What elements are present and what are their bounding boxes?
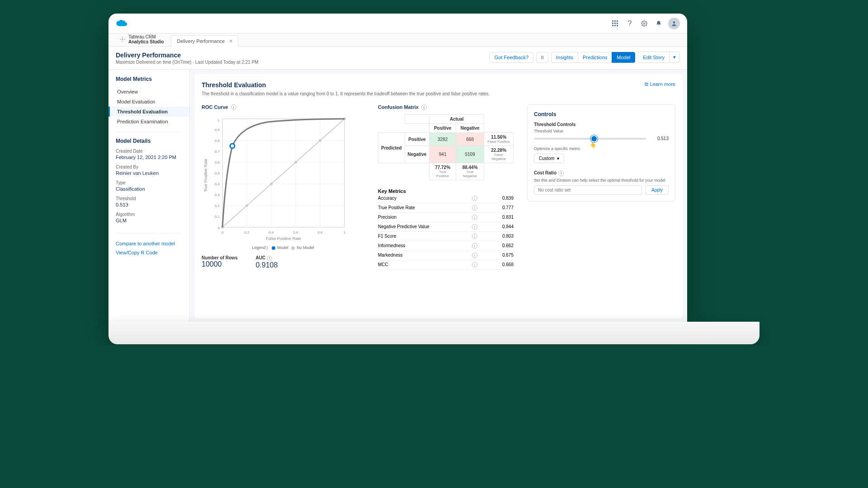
sidebar-item-threshold-evaluation[interactable]: Threshold Evaluation [108,107,189,117]
metric-value: 0.803 [486,234,514,239]
key-metrics-title: Key Metrics [378,188,514,194]
info-icon[interactable]: i [472,224,477,230]
sidebar-item-prediction-examination[interactable]: Prediction Examination [108,117,189,127]
help-icon[interactable]: ? [625,19,635,28]
svg-text:1: 1 [218,118,220,122]
metric-name: MCC [378,262,388,267]
roc-title: ROC Curve [202,104,228,110]
info-icon[interactable]: i [472,205,477,211]
metric-name: Informedness [378,243,406,249]
detail-value: February 12, 2021 2:20 PM [116,155,182,160]
metric-name: True Positive Rate [378,205,415,211]
svg-text:1: 1 [344,230,346,235]
svg-point-11 [122,39,123,40]
close-icon[interactable]: × [229,38,232,44]
cost-ratio-input[interactable] [534,185,642,195]
svg-text:0.7: 0.7 [215,150,220,154]
avatar[interactable] [668,18,680,29]
optimize-metric-select[interactable]: Custom▾ [534,154,564,163]
threshold-marker[interactable] [230,144,235,148]
svg-rect-5 [617,23,618,24]
confusion-matrix: Actual PositiveNegative PredictedPositiv… [378,114,514,180]
gear-icon[interactable] [639,19,649,28]
metric-value: 0.777 [486,205,514,211]
detail-value: Reinier van Leuken [116,170,182,176]
metric-row: Informednessi0.662 [378,241,514,251]
info-icon[interactable]: i [472,253,477,258]
svg-text:False Positive Rate: False Positive Rate [266,236,301,241]
page-title: Delivery Performance [116,52,259,59]
threshold-controls-title: Threshold Controls [534,122,669,127]
external-link-icon: ⧉ [645,81,648,87]
detail-label: Algorithm [116,212,182,217]
threshold-value-label: Threshold Value [534,129,669,133]
learn-more-link[interactable]: ⧉Learn more [645,81,675,87]
tableau-crm-icon [119,36,126,42]
tab-label: Delivery Performance [177,38,225,44]
info-icon[interactable]: i [472,234,477,239]
tab-delivery-performance[interactable]: Delivery Performance × [171,35,238,47]
metric-value: 0.844 [486,224,514,230]
svg-text:0.2: 0.2 [244,230,250,235]
sidebar-title: Model Metrics [108,76,189,87]
feedback-button[interactable]: Got Feedback? [490,52,533,63]
info-icon[interactable]: i [472,215,477,220]
detail-value: GLM [116,218,182,223]
metric-value: 0.831 [486,215,514,220]
metric-name: F1 Score [378,234,396,239]
content-description: The threshold in a classification model … [202,91,675,96]
info-icon[interactable]: i [472,262,477,267]
metric-name: Accuracy [378,196,396,201]
svg-point-27 [245,204,248,207]
svg-point-15 [122,41,123,42]
info-icon[interactable]: i [472,243,477,249]
svg-point-14 [122,37,123,38]
svg-rect-4 [614,23,616,24]
svg-text:0.8: 0.8 [215,139,220,143]
edit-story-button[interactable]: Edit Story [638,52,669,63]
detail-value: Classification [116,186,182,192]
svg-point-9 [643,23,645,24]
metric-row: MCCi0.668 [378,260,514,270]
svg-text:0: 0 [218,226,220,230]
optimize-label: Optimize a specific metric [534,146,669,151]
chart-legend: Legend | Model No Model [202,245,364,250]
predictions-button[interactable]: Predictions [578,52,612,63]
svg-rect-7 [614,25,616,26]
svg-rect-1 [614,20,616,22]
detail-label: Created By [116,164,182,169]
info-icon[interactable]: i [421,104,427,110]
app-home-tab[interactable]: Tableau CRMAnalytics Studio [114,32,169,47]
edit-story-menu[interactable]: ▾ [669,52,680,63]
insights-button[interactable]: Insights [551,52,578,63]
info-icon[interactable]: i [472,196,477,201]
metric-value: 0.839 [486,196,514,201]
metric-row: F1 Scorei0.803 [378,232,514,241]
rows-value: 10000 [202,260,237,268]
metric-row: Accuracyi0.839 [378,194,514,203]
apply-button[interactable]: Apply [646,185,669,195]
model-details-title: Model Details [108,138,189,149]
model-button[interactable]: Model [612,52,635,63]
metric-name: Precision [378,215,396,220]
info-icon[interactable]: i [267,256,272,261]
sidebar-item-overview[interactable]: Overview [108,87,189,97]
view-r-code-link[interactable]: View/Copy R Code [108,248,189,257]
content-title: Threshold Evaluation [202,81,266,89]
compare-model-link[interactable]: Compare to another model [108,239,189,248]
cost-ratio-title: Cost Ratio [534,170,557,175]
svg-line-25 [222,119,344,227]
detail-label: Threshold [116,196,182,201]
sidebar-item-model-evaluation[interactable]: Model Evaluation [108,97,189,107]
apps-icon[interactable] [610,19,620,28]
pause-button[interactable]: ⏸ [536,52,548,63]
info-icon[interactable]: i [558,171,564,176]
svg-text:0.4: 0.4 [269,230,274,235]
controls-title: Controls [534,111,669,117]
threshold-slider[interactable]: 👆 [534,138,646,140]
salesforce-logo [116,18,128,29]
svg-rect-8 [617,25,618,26]
info-icon[interactable]: i [231,104,236,110]
svg-text:0.1: 0.1 [215,215,220,219]
bell-icon[interactable] [654,19,664,28]
